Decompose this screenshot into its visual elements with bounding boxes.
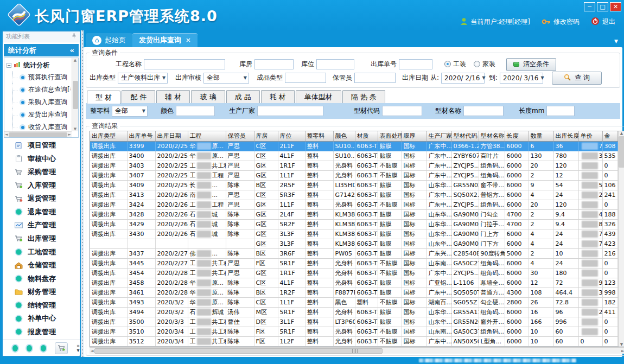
sidebar-item[interactable]: 财务管理 — [3, 287, 80, 297]
column-header[interactable]: 材质 — [355, 131, 378, 141]
sidebar-item[interactable]: 工地管理 — [3, 247, 80, 257]
table-row[interactable]: 调拨出库34452020/2/27工共工程严思F区5R1F整料光身料6063-T… — [90, 258, 617, 268]
column-header[interactable]: 膜厚 — [402, 131, 426, 141]
minimize-button[interactable]: ─ — [584, 2, 595, 11]
column-header[interactable]: 表面处理 — [378, 131, 402, 141]
table-row[interactable]: 调拨出库34242020/2/26工工程严思G区1L1F整料光身料6063-T5… — [90, 200, 617, 209]
sidebar-item[interactable]: 项目管理 — [3, 141, 80, 150]
column-header[interactable]: 型材代码 — [451, 131, 479, 141]
sidebar-item[interactable]: 出库管理 — [3, 234, 80, 244]
close-button[interactable]: ✕ — [610, 2, 621, 11]
sidebar-item[interactable]: 退库管理 — [3, 207, 80, 217]
tree-vscroll-thumb[interactable] — [73, 81, 78, 109]
order-no-input[interactable] — [399, 59, 432, 69]
table-row[interactable]: 调拨出库34282020/2/26石城陈琳G区2L4F整料KLM38176063… — [90, 209, 617, 219]
table-row[interactable]: 调拨出库34032020/2/25工共工程严思G区1R1F整料光身料6063-T… — [90, 161, 617, 170]
column-header[interactable]: 保管员 — [226, 131, 254, 141]
length-input[interactable] — [546, 106, 575, 116]
cart-module-button[interactable] — [55, 342, 68, 354]
table-row[interactable]: 调拨出库34542020/2/28工共工程严思G区1R1F整料光身料6063-T… — [90, 268, 617, 278]
tab-close-icon[interactable]: × — [186, 36, 191, 44]
table-row[interactable]: 调拨出库34072020/2/25工工程严思G区1L1F整料光身料6063-T5… — [90, 170, 617, 180]
table-row[interactable]: 调拨出库34292020/2/26石城陈琳G区5R2F整料KLM38176063… — [90, 219, 617, 229]
sidebar-item[interactable]: 退货管理 — [3, 194, 80, 203]
table-row[interactable]: 调拨出库34942020/3/2石辉城汤伟M区5R1F整料光身料6063-T5贴… — [90, 307, 617, 317]
table-row[interactable]: 调拨出库35102020/3/4工共工程陈琳F区5R1F整料光身料6063-T5… — [90, 327, 617, 336]
column-header[interactable]: 整零料 — [305, 131, 333, 141]
scrollbar-grip[interactable] — [352, 349, 358, 353]
overflow-chevron[interactable]: »▾ — [77, 344, 80, 353]
material-tab[interactable]: 成 品 — [226, 90, 260, 103]
column-header[interactable]: 库位 — [278, 131, 305, 141]
date-from-select[interactable]: 2020/ 2/16▼ — [441, 73, 485, 84]
sidebar-item[interactable]: 报废管理 — [3, 327, 80, 337]
material-tab[interactable]: 玻 璃 — [191, 90, 225, 103]
pin-icon[interactable] — [72, 33, 77, 40]
keeper-input[interactable] — [354, 73, 396, 83]
table-row[interactable]: 调拨出库34092020/2/25长...陈琳B区2R5F整料LI35HD606… — [90, 180, 617, 190]
sidebar-item[interactable]: 生产管理 — [3, 220, 80, 230]
scroll-up-icon[interactable]: ▲ — [74, 58, 77, 62]
tree-expander-icon[interactable]: − — [7, 63, 11, 68]
clear-conditions-button[interactable]: 清空条件 — [506, 58, 556, 71]
material-tab[interactable]: 耗 材 — [261, 90, 295, 103]
tree-vertical-scrollbar[interactable]: ▲ ▼ — [72, 58, 78, 131]
scroll-left-icon[interactable]: ◄ — [5, 132, 8, 137]
tab-shipping-outbound-query[interactable]: 发货出库查询 × — [132, 33, 198, 47]
column-header[interactable]: 工程 — [188, 131, 226, 141]
profile-name-input[interactable] — [463, 106, 504, 116]
stats-section-header[interactable]: 统计分析 « — [4, 44, 79, 56]
table-hscroll-thumb[interactable] — [94, 348, 383, 354]
tree-item[interactable]: 采购入库查询 — [7, 96, 71, 108]
tabstrip-dropdown-icon[interactable]: ▼ — [614, 39, 618, 44]
scroll-up-icon[interactable]: ▲ — [620, 131, 623, 136]
collapse-icon[interactable]: « — [70, 46, 74, 54]
tree-root[interactable]: − 统计分析 — [7, 60, 71, 71]
table-row[interactable]: 调拨出库35122020/3/4工共工程陈琳F区1L2F整料光身料6063-T5… — [90, 336, 617, 346]
material-tab[interactable]: 配 件 — [122, 90, 155, 103]
sidebar-item[interactable]: 入库管理 — [3, 181, 80, 190]
table-row[interactable]: 调拨出库34002020/2/25华原...严思C区4L1F整料SU10...6… — [90, 151, 617, 161]
table-row[interactable]: 调拨出库35002020/3/3工共工程曹佳D区3L1F整料LT3P606063… — [90, 317, 617, 327]
table-vertical-scrollbar[interactable]: ▲ ▼ — [618, 131, 624, 347]
column-header[interactable]: 出库单号 — [127, 131, 155, 141]
column-header[interactable]: 长度 — [505, 131, 529, 141]
table-row[interactable]: 调拨出库34372020/2/27佛...陈琳B区3R6F整料PW056063-… — [90, 248, 617, 258]
sidebar-item[interactable]: 物料盘存 — [3, 274, 80, 284]
maximize-button[interactable]: □ — [597, 2, 608, 11]
radio-gongzhuang[interactable]: 工装 — [444, 60, 466, 69]
tree-item[interactable]: 在途信息查询[待 — [7, 84, 71, 96]
search-button[interactable]: 查 询 — [552, 72, 602, 85]
logout[interactable]: 退出 — [591, 17, 615, 27]
product-type-input[interactable] — [285, 73, 326, 83]
tree-hscroll-thumb[interactable] — [9, 132, 67, 137]
table-row[interactable]: 调拨出库33992020/2/25华原...严思C区2L1F整料SU10...6… — [90, 141, 617, 151]
table-row[interactable]: 调拨出库34612020/2/28华原...陈琳B区1R2F整料F8877FT6… — [90, 288, 617, 297]
sidebar-item[interactable]: 结转管理 — [3, 301, 80, 310]
column-header[interactable]: 出库类型 — [90, 131, 127, 141]
material-tab[interactable]: 隔 热 条 — [342, 90, 385, 103]
outbound-audit-select[interactable]: 全部▼ — [203, 73, 249, 84]
tab-home[interactable]: ⌂ 起始页 — [86, 33, 132, 47]
warehouse-input[interactable] — [254, 59, 294, 69]
scroll-left-icon[interactable]: ◄ — [91, 349, 93, 353]
change-password[interactable]: 修改密码 — [542, 17, 580, 27]
scroll-down-icon[interactable]: ▼ — [620, 342, 623, 347]
column-header[interactable]: 出库日期 — [155, 131, 188, 141]
module-dot-icon[interactable] — [41, 345, 46, 352]
sidebar-item[interactable]: 仓储管理 — [3, 260, 80, 270]
manufacturer-input[interactable] — [257, 106, 323, 116]
whole-part-select[interactable]: 全部▼ — [112, 106, 148, 117]
table-row[interactable]: 调拨出库34132020/2/26南...严思C区5R3F整料G71422606… — [90, 190, 617, 200]
project-name-input[interactable] — [144, 59, 225, 69]
radio-jiazhuang[interactable]: 家装 — [474, 60, 495, 69]
date-to-select[interactable]: 2020/ 3/16▼ — [500, 73, 543, 84]
sidebar-item[interactable]: 采购管理 — [3, 167, 80, 177]
location-input[interactable] — [316, 59, 354, 69]
table-row[interactable]: G区3L3F整料KLM38176063-T5贴膜国标山东华...GA90M09.… — [90, 239, 617, 248]
module-dot-icon[interactable] — [27, 345, 32, 352]
column-header[interactable]: 生产厂家 — [426, 131, 451, 141]
column-header[interactable]: 出库长度 — [553, 131, 578, 141]
table-horizontal-scrollbar[interactable]: ◄ ► — [90, 347, 624, 354]
outbound-type-select[interactable]: 生产领料出库▼ — [118, 73, 168, 84]
